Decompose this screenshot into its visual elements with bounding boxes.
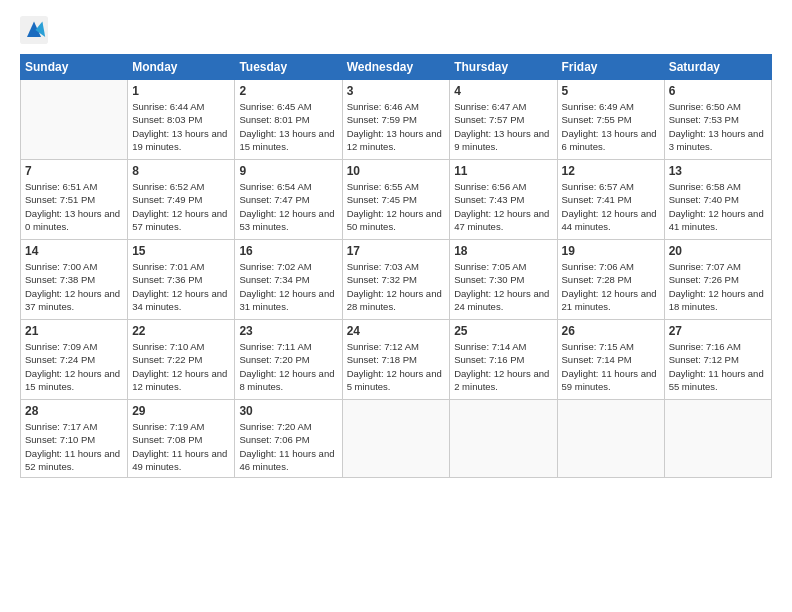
calendar-cell: 30Sunrise: 7:20 AMSunset: 7:06 PMDayligh… [235, 400, 342, 478]
calendar-cell: 8Sunrise: 6:52 AMSunset: 7:49 PMDaylight… [128, 160, 235, 240]
calendar-cell: 26Sunrise: 7:15 AMSunset: 7:14 PMDayligh… [557, 320, 664, 400]
day-number: 24 [347, 324, 446, 338]
day-info: Sunrise: 6:51 AMSunset: 7:51 PMDaylight:… [25, 180, 123, 233]
calendar-header-row: SundayMondayTuesdayWednesdayThursdayFrid… [21, 55, 772, 80]
day-info: Sunrise: 7:09 AMSunset: 7:24 PMDaylight:… [25, 340, 123, 393]
day-info: Sunrise: 6:49 AMSunset: 7:55 PMDaylight:… [562, 100, 660, 153]
day-info: Sunrise: 7:01 AMSunset: 7:36 PMDaylight:… [132, 260, 230, 313]
week-row-5: 28Sunrise: 7:17 AMSunset: 7:10 PMDayligh… [21, 400, 772, 478]
calendar-cell: 13Sunrise: 6:58 AMSunset: 7:40 PMDayligh… [664, 160, 771, 240]
day-info: Sunrise: 6:44 AMSunset: 8:03 PMDaylight:… [132, 100, 230, 153]
day-info: Sunrise: 7:07 AMSunset: 7:26 PMDaylight:… [669, 260, 767, 313]
day-info: Sunrise: 6:54 AMSunset: 7:47 PMDaylight:… [239, 180, 337, 233]
day-number: 20 [669, 244, 767, 258]
calendar-cell: 29Sunrise: 7:19 AMSunset: 7:08 PMDayligh… [128, 400, 235, 478]
calendar-cell: 4Sunrise: 6:47 AMSunset: 7:57 PMDaylight… [450, 80, 557, 160]
day-info: Sunrise: 6:46 AMSunset: 7:59 PMDaylight:… [347, 100, 446, 153]
calendar-cell: 17Sunrise: 7:03 AMSunset: 7:32 PMDayligh… [342, 240, 450, 320]
calendar-cell: 24Sunrise: 7:12 AMSunset: 7:18 PMDayligh… [342, 320, 450, 400]
calendar-cell: 3Sunrise: 6:46 AMSunset: 7:59 PMDaylight… [342, 80, 450, 160]
day-number: 26 [562, 324, 660, 338]
day-number: 27 [669, 324, 767, 338]
day-number: 22 [132, 324, 230, 338]
header-thursday: Thursday [450, 55, 557, 80]
day-info: Sunrise: 6:47 AMSunset: 7:57 PMDaylight:… [454, 100, 552, 153]
calendar-cell: 14Sunrise: 7:00 AMSunset: 7:38 PMDayligh… [21, 240, 128, 320]
day-number: 15 [132, 244, 230, 258]
day-number: 18 [454, 244, 552, 258]
page: SundayMondayTuesdayWednesdayThursdayFrid… [0, 0, 792, 612]
logo [20, 16, 52, 44]
day-number: 1 [132, 84, 230, 98]
day-info: Sunrise: 6:52 AMSunset: 7:49 PMDaylight:… [132, 180, 230, 233]
calendar-cell: 2Sunrise: 6:45 AMSunset: 8:01 PMDaylight… [235, 80, 342, 160]
header-sunday: Sunday [21, 55, 128, 80]
day-info: Sunrise: 7:14 AMSunset: 7:16 PMDaylight:… [454, 340, 552, 393]
calendar-cell: 16Sunrise: 7:02 AMSunset: 7:34 PMDayligh… [235, 240, 342, 320]
calendar-cell [21, 80, 128, 160]
calendar-cell: 1Sunrise: 6:44 AMSunset: 8:03 PMDaylight… [128, 80, 235, 160]
calendar-cell: 5Sunrise: 6:49 AMSunset: 7:55 PMDaylight… [557, 80, 664, 160]
day-number: 13 [669, 164, 767, 178]
day-info: Sunrise: 7:11 AMSunset: 7:20 PMDaylight:… [239, 340, 337, 393]
header-tuesday: Tuesday [235, 55, 342, 80]
calendar-cell: 19Sunrise: 7:06 AMSunset: 7:28 PMDayligh… [557, 240, 664, 320]
day-number: 9 [239, 164, 337, 178]
day-info: Sunrise: 7:17 AMSunset: 7:10 PMDaylight:… [25, 420, 123, 473]
day-number: 23 [239, 324, 337, 338]
day-number: 5 [562, 84, 660, 98]
day-number: 3 [347, 84, 446, 98]
day-info: Sunrise: 7:16 AMSunset: 7:12 PMDaylight:… [669, 340, 767, 393]
header-saturday: Saturday [664, 55, 771, 80]
day-info: Sunrise: 7:10 AMSunset: 7:22 PMDaylight:… [132, 340, 230, 393]
header-monday: Monday [128, 55, 235, 80]
day-info: Sunrise: 6:58 AMSunset: 7:40 PMDaylight:… [669, 180, 767, 233]
day-info: Sunrise: 7:02 AMSunset: 7:34 PMDaylight:… [239, 260, 337, 313]
calendar: SundayMondayTuesdayWednesdayThursdayFrid… [20, 54, 772, 478]
calendar-cell: 27Sunrise: 7:16 AMSunset: 7:12 PMDayligh… [664, 320, 771, 400]
calendar-cell: 6Sunrise: 6:50 AMSunset: 7:53 PMDaylight… [664, 80, 771, 160]
day-number: 30 [239, 404, 337, 418]
day-info: Sunrise: 7:05 AMSunset: 7:30 PMDaylight:… [454, 260, 552, 313]
calendar-cell: 11Sunrise: 6:56 AMSunset: 7:43 PMDayligh… [450, 160, 557, 240]
day-number: 2 [239, 84, 337, 98]
week-row-1: 1Sunrise: 6:44 AMSunset: 8:03 PMDaylight… [21, 80, 772, 160]
calendar-cell: 28Sunrise: 7:17 AMSunset: 7:10 PMDayligh… [21, 400, 128, 478]
calendar-cell [342, 400, 450, 478]
day-number: 19 [562, 244, 660, 258]
week-row-2: 7Sunrise: 6:51 AMSunset: 7:51 PMDaylight… [21, 160, 772, 240]
calendar-cell [450, 400, 557, 478]
day-info: Sunrise: 7:12 AMSunset: 7:18 PMDaylight:… [347, 340, 446, 393]
day-number: 12 [562, 164, 660, 178]
day-number: 17 [347, 244, 446, 258]
header-friday: Friday [557, 55, 664, 80]
day-number: 21 [25, 324, 123, 338]
week-row-4: 21Sunrise: 7:09 AMSunset: 7:24 PMDayligh… [21, 320, 772, 400]
day-info: Sunrise: 6:56 AMSunset: 7:43 PMDaylight:… [454, 180, 552, 233]
day-number: 4 [454, 84, 552, 98]
header-wednesday: Wednesday [342, 55, 450, 80]
calendar-cell: 22Sunrise: 7:10 AMSunset: 7:22 PMDayligh… [128, 320, 235, 400]
calendar-cell: 15Sunrise: 7:01 AMSunset: 7:36 PMDayligh… [128, 240, 235, 320]
day-info: Sunrise: 6:45 AMSunset: 8:01 PMDaylight:… [239, 100, 337, 153]
calendar-cell: 12Sunrise: 6:57 AMSunset: 7:41 PMDayligh… [557, 160, 664, 240]
day-number: 28 [25, 404, 123, 418]
calendar-cell: 25Sunrise: 7:14 AMSunset: 7:16 PMDayligh… [450, 320, 557, 400]
day-info: Sunrise: 7:20 AMSunset: 7:06 PMDaylight:… [239, 420, 337, 473]
day-number: 11 [454, 164, 552, 178]
day-number: 14 [25, 244, 123, 258]
day-info: Sunrise: 7:03 AMSunset: 7:32 PMDaylight:… [347, 260, 446, 313]
week-row-3: 14Sunrise: 7:00 AMSunset: 7:38 PMDayligh… [21, 240, 772, 320]
calendar-cell: 20Sunrise: 7:07 AMSunset: 7:26 PMDayligh… [664, 240, 771, 320]
day-number: 6 [669, 84, 767, 98]
day-info: Sunrise: 7:19 AMSunset: 7:08 PMDaylight:… [132, 420, 230, 473]
header [20, 16, 772, 44]
day-info: Sunrise: 7:00 AMSunset: 7:38 PMDaylight:… [25, 260, 123, 313]
day-info: Sunrise: 6:57 AMSunset: 7:41 PMDaylight:… [562, 180, 660, 233]
day-number: 8 [132, 164, 230, 178]
calendar-cell: 10Sunrise: 6:55 AMSunset: 7:45 PMDayligh… [342, 160, 450, 240]
calendar-cell: 7Sunrise: 6:51 AMSunset: 7:51 PMDaylight… [21, 160, 128, 240]
day-number: 16 [239, 244, 337, 258]
day-info: Sunrise: 6:55 AMSunset: 7:45 PMDaylight:… [347, 180, 446, 233]
day-number: 29 [132, 404, 230, 418]
